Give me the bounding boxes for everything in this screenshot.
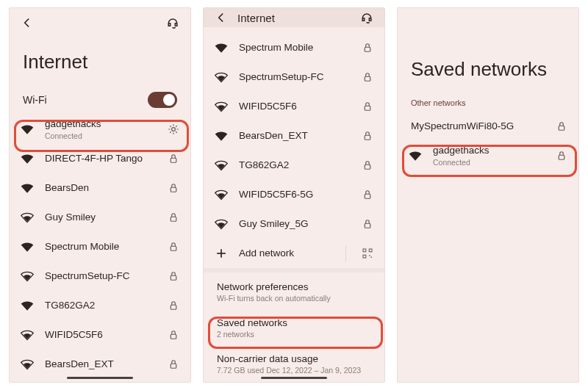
- network-name: SpectrumSetup-FC: [239, 71, 351, 83]
- network-name: SpectrumSetup-FC: [45, 270, 157, 282]
- back-icon[interactable]: [20, 15, 35, 30]
- topbar: [398, 8, 578, 29]
- lock-icon: [167, 211, 180, 224]
- network-name: WIFID5C5F6: [239, 101, 351, 112]
- network-row[interactable]: BearsDen_EXT: [204, 121, 384, 151]
- saved-networks-row[interactable]: Saved networks 2 networks: [204, 310, 384, 346]
- lock-icon: [361, 129, 374, 142]
- headset-icon[interactable]: [359, 10, 374, 25]
- wifi-signal-icon: [214, 40, 229, 55]
- network-row[interactable]: WIFID5C5F6: [204, 92, 384, 121]
- network-status: Connected: [45, 131, 157, 140]
- add-network-label: Add network: [239, 248, 331, 259]
- lock-icon: [167, 358, 180, 371]
- network-row[interactable]: Spectrum Mobile: [10, 232, 190, 261]
- row-subtitle: Wi-Fi turns back on automatically: [217, 294, 371, 303]
- wifi-signal-icon: [20, 269, 35, 284]
- network-row[interactable]: TG862GA2: [204, 151, 384, 180]
- network-row[interactable]: SpectrumSetup-FC: [10, 261, 190, 291]
- plus-icon: [214, 246, 229, 261]
- row-subtitle: 2 networks: [217, 330, 371, 339]
- gesture-bar: [67, 377, 133, 379]
- lock-icon: [555, 149, 568, 162]
- topbar: [10, 8, 190, 37]
- wifi-signal-icon: [20, 328, 35, 342]
- network-preferences-row[interactable]: Network preferences Wi-Fi turns back on …: [204, 274, 384, 310]
- wifi-toggle[interactable]: [148, 92, 177, 108]
- topbar: Internet: [204, 8, 384, 27]
- panel-internet-2: Internet Spectrum MobileSpectrumSetup-FC…: [203, 7, 385, 383]
- network-row[interactable]: TG862GA2: [10, 291, 190, 320]
- network-name: BearsDen_EXT: [239, 130, 351, 142]
- row-subtitle: 7.72 GB used Dec 12, 2022 – Jan 9, 2023: [217, 366, 371, 375]
- network-name: MySpectrumWiFi80-5G: [411, 120, 545, 132]
- lock-icon: [361, 41, 374, 54]
- row-title: Saved networks: [217, 317, 371, 328]
- network-row[interactable]: BearsDen: [10, 173, 190, 203]
- lock-icon: [361, 100, 374, 113]
- lock-icon: [167, 299, 180, 312]
- lock-icon: [361, 188, 374, 201]
- wifi-label: Wi-Fi: [23, 94, 47, 106]
- lock-icon: [361, 71, 374, 84]
- gear-icon[interactable]: [167, 123, 180, 136]
- wifi-signal-icon: [20, 357, 35, 372]
- network-row[interactable]: gadgethacksConnected: [10, 115, 190, 144]
- wifi-signal-icon: [214, 187, 229, 202]
- lock-icon: [361, 217, 374, 231]
- network-name: WIFID5C5F6-5G: [239, 189, 351, 201]
- network-row[interactable]: Guy Smiley: [10, 203, 190, 232]
- page-title: Saved networks: [398, 29, 578, 93]
- back-icon[interactable]: [214, 10, 229, 25]
- network-name: gadgethacksConnected: [45, 118, 157, 140]
- wifi-toggle-row: Wi-Fi: [10, 85, 190, 115]
- settings-section: Network preferences Wi-Fi turns back on …: [204, 268, 384, 382]
- network-name: BearsDen: [45, 182, 157, 194]
- wifi-signal-icon: [20, 298, 35, 313]
- network-row[interactable]: WIFID5C5F6-5G: [204, 180, 384, 209]
- lock-icon: [167, 270, 180, 283]
- section-other-networks: Other networks: [398, 93, 578, 112]
- wifi-signal-icon: [408, 148, 423, 163]
- network-name: TG862GA2: [45, 300, 157, 311]
- panel-saved-networks: Saved networks Other networks MySpectrum…: [397, 7, 579, 383]
- wifi-signal-icon: [20, 151, 35, 166]
- lock-icon: [555, 120, 568, 133]
- row-title: Network preferences: [217, 281, 371, 292]
- network-row[interactable]: gadgethacksConnected: [398, 141, 578, 170]
- wifi-signal-icon: [214, 99, 229, 114]
- network-name: BearsDen_EXT: [45, 358, 157, 370]
- gesture-bar: [261, 377, 327, 379]
- page-title-inline: Internet: [237, 12, 359, 24]
- network-name: gadgethacksConnected: [433, 145, 545, 167]
- page-title: Internet: [10, 37, 190, 85]
- wifi-signal-icon: [214, 158, 229, 173]
- row-title: Non-carrier data usage: [217, 353, 371, 364]
- divider: [345, 245, 346, 261]
- headset-icon[interactable]: [165, 15, 180, 30]
- network-row[interactable]: Spectrum Mobile: [204, 33, 384, 62]
- qr-scan-icon[interactable]: [361, 247, 374, 260]
- network-name: DIRECT-4F-HP Tango: [45, 153, 157, 165]
- panel-internet-1: Internet Wi-Fi gadgethacksConnectedDIREC…: [9, 7, 191, 383]
- wifi-signal-icon: [20, 210, 35, 225]
- network-row[interactable]: Guy Smiley_5G: [204, 209, 384, 239]
- network-row[interactable]: DIRECT-4F-HP Tango: [10, 144, 190, 173]
- network-name: Guy Smiley_5G: [239, 218, 351, 230]
- lock-icon: [167, 328, 180, 342]
- network-row[interactable]: WIFID5C5F6: [10, 320, 190, 350]
- lock-icon: [361, 159, 374, 172]
- network-name: Spectrum Mobile: [45, 241, 157, 253]
- network-row[interactable]: MySpectrumWiFi80-5G: [398, 112, 578, 141]
- lock-icon: [167, 240, 180, 253]
- add-network-row[interactable]: Add network: [204, 239, 384, 268]
- wifi-signal-icon: [214, 217, 229, 231]
- lock-icon: [167, 181, 180, 195]
- network-name: Spectrum Mobile: [239, 42, 351, 54]
- network-row[interactable]: BearsDen_EXT: [10, 350, 190, 379]
- wifi-signal-icon: [214, 70, 229, 84]
- lock-icon: [167, 152, 180, 165]
- wifi-signal-icon: [20, 181, 35, 195]
- network-row[interactable]: SpectrumSetup-FC: [204, 62, 384, 92]
- network-status: Connected: [433, 158, 545, 167]
